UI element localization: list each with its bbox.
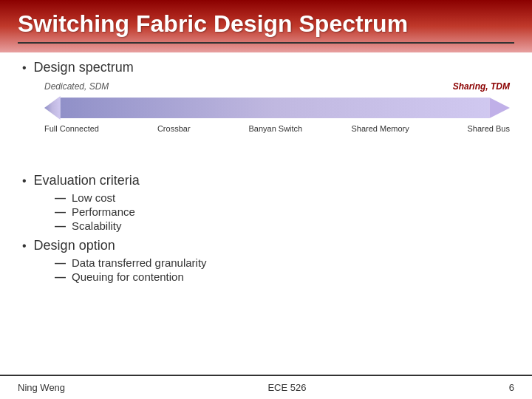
sub-text-2-0: Low cost	[72, 191, 115, 204]
sub-bullet-3-1: — Queuing for contention	[55, 270, 510, 283]
bullet1-main: • Design spectrum	[22, 60, 510, 75]
sub-text-2-1: Performance	[72, 205, 135, 218]
slide: Switching Fabric Design Spectrum • Desig…	[0, 0, 532, 399]
bullet2-text: Evaluation criteria	[34, 173, 140, 188]
bullet2-sub-bullets: — Low cost — Performance — Scalability	[55, 191, 510, 232]
bullet3-sub-bullets: — Data transferred granularity — Queuing…	[55, 256, 510, 283]
sub-bullet-2-1: — Performance	[55, 205, 510, 218]
spectrum-arrow	[44, 95, 510, 121]
sub-text-2-2: Scalability	[72, 219, 122, 232]
spec-label-0: Full Connected	[44, 124, 99, 133]
label-dedicated: Dedicated, SDM	[44, 81, 109, 92]
bullet1-section: • Design spectrum Dedicated, SDM Sharing…	[22, 60, 510, 168]
dash-icon-3-0: —	[55, 256, 66, 269]
spec-label-1: Crossbar	[148, 124, 200, 133]
content-area: • Design spectrum Dedicated, SDM Sharing…	[0, 52, 532, 375]
header-underline	[18, 42, 514, 44]
bullet2-dot: •	[22, 174, 27, 188]
svg-rect-1	[61, 98, 490, 118]
bullet3-dot: •	[22, 239, 27, 253]
slide-title: Switching Fabric Design Spectrum	[18, 10, 514, 38]
spec-label-4: Shared Bus	[458, 124, 510, 133]
spectrum-diagram: Dedicated, SDM Sharing, TDM	[44, 81, 510, 163]
sub-text-3-1: Queuing for contention	[72, 270, 184, 283]
bullet1-dot: •	[22, 61, 27, 75]
dash-icon-2-2: —	[55, 219, 66, 232]
bullet3-main: • Design option	[22, 238, 510, 253]
dash-icon-3-1: —	[55, 270, 66, 283]
bullet2-section: • Evaluation criteria — Low cost — Perfo…	[22, 173, 510, 233]
bullet3-section: • Design option — Data transferred granu…	[22, 238, 510, 284]
footer-author: Ning Weng	[18, 382, 65, 393]
footer-course: ECE 526	[267, 382, 306, 393]
header: Switching Fabric Design Spectrum	[0, 0, 532, 52]
sub-bullet-2-2: — Scalability	[55, 219, 510, 232]
spec-label-2: Banyan Switch	[248, 124, 302, 133]
bullet2-main: • Evaluation criteria	[22, 173, 510, 188]
sub-bullet-2-0: — Low cost	[55, 191, 510, 204]
spectrum-bottom-labels: Full Connected Crossbar Banyan Switch Sh…	[44, 124, 510, 133]
svg-marker-2	[489, 98, 510, 118]
dash-icon-2-0: —	[55, 191, 66, 204]
sub-text-3-0: Data transferred granularity	[72, 256, 207, 269]
bullet3-text: Design option	[34, 238, 115, 253]
label-sharing: Sharing, TDM	[453, 81, 510, 92]
bullet1-text: Design spectrum	[34, 60, 134, 75]
footer-page: 6	[509, 382, 514, 393]
svg-marker-0	[44, 96, 61, 120]
spec-label-3: Shared Memory	[351, 124, 409, 133]
sub-bullet-3-0: — Data transferred granularity	[55, 256, 510, 269]
footer: Ning Weng ECE 526 6	[0, 375, 532, 399]
spectrum-top-labels: Dedicated, SDM Sharing, TDM	[44, 81, 510, 92]
dash-icon-2-1: —	[55, 205, 66, 218]
